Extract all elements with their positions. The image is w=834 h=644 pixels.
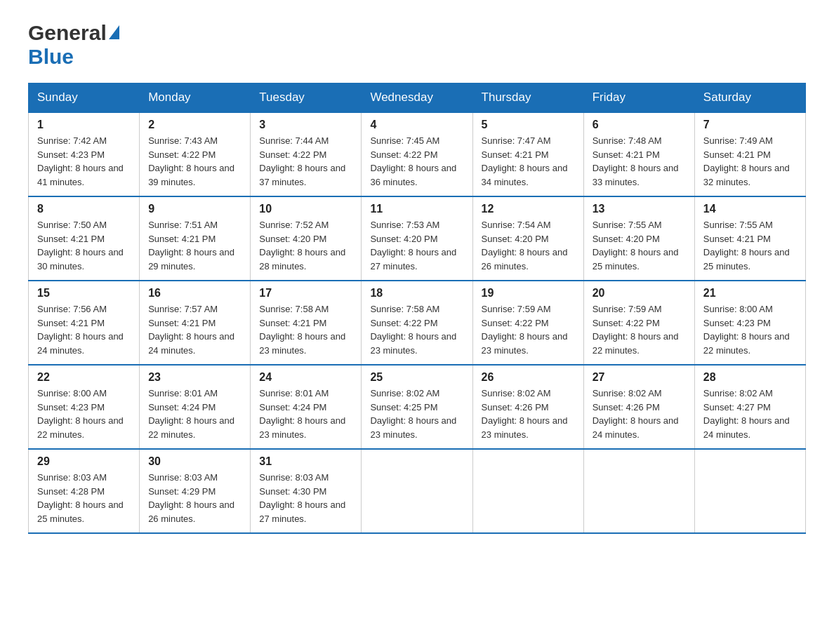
day-number: 4 — [370, 119, 463, 131]
day-info: Sunrise: 7:56 AMSunset: 4:21 PMDaylight:… — [37, 304, 124, 356]
day-info: Sunrise: 8:02 AMSunset: 4:26 PMDaylight:… — [482, 388, 568, 440]
day-info: Sunrise: 8:02 AMSunset: 4:25 PMDaylight:… — [370, 388, 456, 440]
calendar-cell: 20 Sunrise: 7:59 AMSunset: 4:22 PMDaylig… — [583, 281, 694, 365]
day-info: Sunrise: 7:58 AMSunset: 4:22 PMDaylight:… — [370, 304, 456, 356]
calendar-cell: 18 Sunrise: 7:58 AMSunset: 4:22 PMDaylig… — [362, 281, 472, 365]
day-number: 26 — [482, 371, 575, 384]
day-info: Sunrise: 8:03 AMSunset: 4:28 PMDaylight:… — [37, 472, 124, 524]
calendar-cell: 25 Sunrise: 8:02 AMSunset: 4:25 PMDaylig… — [362, 365, 472, 449]
day-number: 27 — [593, 371, 686, 384]
calendar-cell: 27 Sunrise: 8:02 AMSunset: 4:26 PMDaylig… — [583, 365, 694, 449]
calendar-cell: 26 Sunrise: 8:02 AMSunset: 4:26 PMDaylig… — [472, 365, 583, 449]
day-info: Sunrise: 7:49 AMSunset: 4:21 PMDaylight:… — [703, 135, 790, 187]
day-info: Sunrise: 7:58 AMSunset: 4:21 PMDaylight:… — [259, 304, 345, 356]
calendar-cell: 9 Sunrise: 7:51 AMSunset: 4:21 PMDayligh… — [140, 196, 251, 281]
day-info: Sunrise: 8:01 AMSunset: 4:24 PMDaylight:… — [259, 388, 345, 440]
day-info: Sunrise: 7:57 AMSunset: 4:21 PMDaylight:… — [148, 304, 234, 356]
day-info: Sunrise: 7:42 AMSunset: 4:23 PMDaylight:… — [37, 135, 124, 187]
day-number: 22 — [37, 371, 131, 384]
calendar-cell: 31 Sunrise: 8:03 AMSunset: 4:30 PMDaylig… — [251, 449, 362, 533]
calendar-week-row: 29 Sunrise: 8:03 AMSunset: 4:28 PMDaylig… — [29, 449, 806, 533]
calendar-cell: 7 Sunrise: 7:49 AMSunset: 4:21 PMDayligh… — [694, 112, 805, 196]
day-info: Sunrise: 7:54 AMSunset: 4:20 PMDaylight:… — [482, 220, 568, 271]
day-number: 1 — [37, 119, 131, 131]
calendar-cell: 21 Sunrise: 8:00 AMSunset: 4:23 PMDaylig… — [694, 281, 805, 365]
logo-blue-text: Blue — [28, 45, 74, 68]
day-info: Sunrise: 8:01 AMSunset: 4:24 PMDaylight:… — [148, 388, 234, 440]
day-number: 9 — [148, 203, 241, 215]
day-info: Sunrise: 8:03 AMSunset: 4:29 PMDaylight:… — [148, 472, 234, 524]
calendar-header-saturday: Saturday — [694, 83, 805, 113]
day-info: Sunrise: 8:02 AMSunset: 4:27 PMDaylight:… — [703, 388, 790, 440]
day-number: 19 — [482, 287, 575, 300]
calendar-cell: 24 Sunrise: 8:01 AMSunset: 4:24 PMDaylig… — [251, 365, 362, 449]
day-info: Sunrise: 7:51 AMSunset: 4:21 PMDaylight:… — [148, 220, 234, 271]
day-number: 29 — [37, 455, 131, 468]
day-number: 17 — [259, 287, 352, 300]
day-number: 12 — [482, 203, 575, 215]
calendar-header-friday: Friday — [583, 83, 694, 113]
calendar-cell: 10 Sunrise: 7:52 AMSunset: 4:20 PMDaylig… — [251, 196, 362, 281]
calendar-header-row: SundayMondayTuesdayWednesdayThursdayFrid… — [29, 83, 806, 113]
calendar-cell: 1 Sunrise: 7:42 AMSunset: 4:23 PMDayligh… — [29, 112, 140, 196]
calendar-cell: 23 Sunrise: 8:01 AMSunset: 4:24 PMDaylig… — [140, 365, 251, 449]
calendar-cell: 17 Sunrise: 7:58 AMSunset: 4:21 PMDaylig… — [251, 281, 362, 365]
day-number: 3 — [259, 119, 352, 131]
day-number: 16 — [148, 287, 241, 300]
calendar-cell — [694, 449, 805, 533]
day-number: 21 — [703, 287, 797, 300]
day-info: Sunrise: 7:59 AMSunset: 4:22 PMDaylight:… — [482, 304, 568, 356]
calendar-cell: 12 Sunrise: 7:54 AMSunset: 4:20 PMDaylig… — [472, 196, 583, 281]
calendar-cell: 14 Sunrise: 7:55 AMSunset: 4:21 PMDaylig… — [694, 196, 805, 281]
day-info: Sunrise: 7:50 AMSunset: 4:21 PMDaylight:… — [37, 220, 124, 271]
day-info: Sunrise: 7:44 AMSunset: 4:22 PMDaylight:… — [259, 135, 345, 187]
day-info: Sunrise: 7:55 AMSunset: 4:20 PMDaylight:… — [593, 220, 679, 271]
calendar-cell: 29 Sunrise: 8:03 AMSunset: 4:28 PMDaylig… — [29, 449, 140, 533]
day-number: 24 — [259, 371, 352, 384]
calendar-header-thursday: Thursday — [472, 83, 583, 113]
calendar-week-row: 8 Sunrise: 7:50 AMSunset: 4:21 PMDayligh… — [29, 196, 806, 281]
calendar-header-monday: Monday — [140, 83, 251, 113]
calendar-cell: 30 Sunrise: 8:03 AMSunset: 4:29 PMDaylig… — [140, 449, 251, 533]
day-number: 30 — [148, 455, 241, 468]
day-info: Sunrise: 8:03 AMSunset: 4:30 PMDaylight:… — [259, 472, 345, 524]
calendar-cell — [362, 449, 472, 533]
calendar-cell: 6 Sunrise: 7:48 AMSunset: 4:21 PMDayligh… — [583, 112, 694, 196]
day-info: Sunrise: 7:45 AMSunset: 4:22 PMDaylight:… — [370, 135, 456, 187]
day-info: Sunrise: 7:43 AMSunset: 4:22 PMDaylight:… — [148, 135, 234, 187]
calendar-week-row: 15 Sunrise: 7:56 AMSunset: 4:21 PMDaylig… — [29, 281, 806, 365]
day-number: 13 — [593, 203, 686, 215]
calendar-week-row: 22 Sunrise: 8:00 AMSunset: 4:23 PMDaylig… — [29, 365, 806, 449]
day-info: Sunrise: 7:47 AMSunset: 4:21 PMDaylight:… — [482, 135, 568, 187]
calendar-cell: 2 Sunrise: 7:43 AMSunset: 4:22 PMDayligh… — [140, 112, 251, 196]
logo-triangle-icon — [109, 25, 119, 39]
calendar-table: SundayMondayTuesdayWednesdayThursdayFrid… — [28, 83, 806, 534]
calendar-cell: 8 Sunrise: 7:50 AMSunset: 4:21 PMDayligh… — [29, 196, 140, 281]
day-number: 8 — [37, 203, 131, 215]
calendar-cell: 28 Sunrise: 8:02 AMSunset: 4:27 PMDaylig… — [694, 365, 805, 449]
calendar-cell: 4 Sunrise: 7:45 AMSunset: 4:22 PMDayligh… — [362, 112, 472, 196]
calendar-cell: 22 Sunrise: 8:00 AMSunset: 4:23 PMDaylig… — [29, 365, 140, 449]
day-number: 31 — [259, 455, 352, 468]
calendar-cell: 13 Sunrise: 7:55 AMSunset: 4:20 PMDaylig… — [583, 196, 694, 281]
calendar-cell: 16 Sunrise: 7:57 AMSunset: 4:21 PMDaylig… — [140, 281, 251, 365]
logo-general-text: General — [28, 21, 107, 45]
calendar-cell: 15 Sunrise: 7:56 AMSunset: 4:21 PMDaylig… — [29, 281, 140, 365]
calendar-week-row: 1 Sunrise: 7:42 AMSunset: 4:23 PMDayligh… — [29, 112, 806, 196]
day-number: 20 — [593, 287, 686, 300]
day-info: Sunrise: 8:02 AMSunset: 4:26 PMDaylight:… — [593, 388, 679, 440]
day-info: Sunrise: 7:48 AMSunset: 4:21 PMDaylight:… — [593, 135, 679, 187]
day-number: 2 — [148, 119, 241, 131]
calendar-header-tuesday: Tuesday — [251, 83, 362, 113]
day-number: 18 — [370, 287, 463, 300]
page-header: General Blue — [28, 21, 806, 69]
calendar-header-wednesday: Wednesday — [362, 83, 472, 113]
day-info: Sunrise: 7:55 AMSunset: 4:21 PMDaylight:… — [703, 220, 790, 271]
day-info: Sunrise: 8:00 AMSunset: 4:23 PMDaylight:… — [703, 304, 790, 356]
day-number: 5 — [482, 119, 575, 131]
day-number: 25 — [370, 371, 463, 384]
day-number: 28 — [703, 371, 797, 384]
day-info: Sunrise: 7:52 AMSunset: 4:20 PMDaylight:… — [259, 220, 345, 271]
day-info: Sunrise: 7:53 AMSunset: 4:20 PMDaylight:… — [370, 220, 456, 271]
calendar-header-sunday: Sunday — [29, 83, 140, 113]
